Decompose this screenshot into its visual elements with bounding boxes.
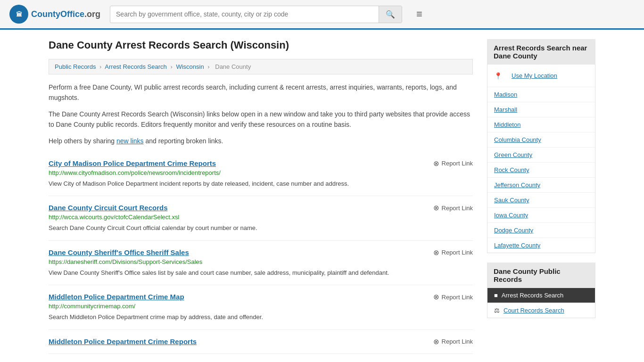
nearby-section: Arrest Records Search near Dane County 📍…: [487, 39, 595, 253]
description-para2: The Dane County Arrest Records Search (W…: [49, 109, 473, 130]
nearby-link-0[interactable]: Madison: [487, 87, 595, 102]
public-records-header: Dane County Public Records: [487, 263, 595, 288]
result-url-0[interactable]: http://www.cityofmadison.com/police/news…: [49, 169, 473, 176]
result-desc-3: Search Middleton Police Department crime…: [49, 313, 473, 322]
logo-icon: 🏛: [9, 5, 28, 24]
result-item-1: Dane County Circuit Court Records ⊗ Repo…: [49, 196, 473, 241]
result-desc-2: View Dane County Sheriff's Office sales …: [49, 268, 473, 278]
result-item-3: Middleton Police Department Crime Map ⊗ …: [49, 285, 473, 330]
result-title-0[interactable]: City of Madison Police Department Crime …: [49, 159, 216, 167]
public-records-section: Dane County Public Records ■Arrest Recor…: [487, 263, 595, 318]
nearby-link-4[interactable]: Green County: [487, 148, 595, 163]
public-records-list: ■Arrest Records Search⚖Court Records Sea…: [487, 288, 595, 318]
result-desc-0: View City of Madison Police Department i…: [49, 179, 473, 189]
report-icon-3: ⊗: [433, 293, 439, 301]
nearby-link-3[interactable]: Columbia County: [487, 132, 595, 148]
pr-icon-1: ⚖: [494, 307, 500, 314]
nearby-link-9[interactable]: Dodge County: [487, 223, 595, 238]
result-title-3[interactable]: Middleton Police Department Crime Map: [49, 293, 184, 301]
main-content: Dane County Arrest Records Search (Wisco…: [49, 39, 473, 354]
result-url-2[interactable]: https://danesheriff.com/Divisions/Suppor…: [49, 258, 473, 265]
page-container: Dane County Arrest Records Search (Wisco…: [39, 30, 605, 362]
report-icon-2: ⊗: [433, 248, 439, 257]
nearby-link-2[interactable]: Middleton: [487, 117, 595, 132]
breadcrumb-current: Dane County: [215, 63, 251, 70]
result-desc-1: Search Dane County Circuit Court officia…: [49, 223, 473, 233]
pr-item-1[interactable]: ⚖Court Records Search: [487, 303, 595, 318]
svg-text:🏛: 🏛: [16, 11, 22, 18]
results-list: City of Madison Police Department Crime …: [49, 152, 473, 354]
site-logo[interactable]: 🏛 CountyOffice.org: [9, 5, 100, 24]
nearby-list: 📍 Use My Location MadisonMarshallMiddlet…: [487, 65, 595, 253]
result-title-2[interactable]: Dane County Sheriff's Office Sheriff Sal…: [49, 248, 189, 256]
site-header: 🏛 CountyOffice.org 🔍 ≡: [0, 0, 644, 30]
report-icon-1: ⊗: [433, 204, 439, 212]
result-url-1[interactable]: http://wcca.wicourts.gov/ctofcCalendarSe…: [49, 214, 473, 221]
report-link-3[interactable]: ⊗ Report Link: [433, 293, 473, 301]
report-link-1[interactable]: ⊗ Report Link: [433, 204, 473, 212]
result-item-4: Middleton Police Department Crime Report…: [49, 330, 473, 354]
report-icon-4: ⊗: [433, 337, 439, 346]
search-input[interactable]: [110, 7, 379, 22]
nearby-link-7[interactable]: Sauk County: [487, 193, 595, 208]
sidebar: Arrest Records Search near Dane County 📍…: [487, 39, 595, 354]
new-links-link[interactable]: new links: [116, 137, 144, 145]
location-dot-icon: 📍: [494, 72, 502, 80]
nearby-header: Arrest Records Search near Dane County: [487, 39, 595, 65]
report-link-2[interactable]: ⊗ Report Link: [433, 248, 473, 257]
search-button[interactable]: 🔍: [379, 6, 402, 23]
pr-item-0[interactable]: ■Arrest Records Search: [487, 288, 595, 303]
report-icon-0: ⊗: [433, 159, 439, 168]
nearby-link-6[interactable]: Jefferson County: [487, 178, 595, 193]
report-link-4[interactable]: ⊗ Report Link: [433, 337, 473, 346]
report-link-0[interactable]: ⊗ Report Link: [433, 159, 473, 168]
result-title-1[interactable]: Dane County Circuit Court Records: [49, 204, 168, 212]
nearby-link-10[interactable]: Lafayette County: [487, 238, 595, 253]
result-title-4[interactable]: Middleton Police Department Crime Report…: [49, 337, 197, 346]
pr-icon-0: ■: [494, 292, 498, 299]
nearby-link-8[interactable]: Iowa County: [487, 208, 595, 223]
use-my-location-link[interactable]: Use My Location: [505, 68, 564, 83]
breadcrumb-public-records[interactable]: Public Records: [55, 63, 96, 70]
description-para3: Help others by sharing new links and rep…: [49, 136, 473, 146]
description-para1: Perform a free Dane County, WI public ar…: [49, 82, 473, 103]
breadcrumb-arrest-records[interactable]: Arrest Records Search: [105, 63, 167, 70]
result-item-0: City of Madison Police Department Crime …: [49, 152, 473, 197]
global-search-bar: 🔍: [110, 6, 402, 23]
pr-link-1[interactable]: Court Records Search: [504, 307, 564, 314]
page-title: Dane County Arrest Records Search (Wisco…: [49, 39, 473, 51]
breadcrumb-wisconsin[interactable]: Wisconsin: [176, 63, 204, 70]
logo-text: CountyOffice.org: [31, 9, 100, 19]
nearby-link-1[interactable]: Marshall: [487, 102, 595, 117]
result-item-2: Dane County Sheriff's Office Sheriff Sal…: [49, 241, 473, 286]
nearby-link-5[interactable]: Rock County: [487, 163, 595, 178]
result-url-3[interactable]: http://communitycrimemap.com/: [49, 303, 473, 310]
menu-icon[interactable]: ≡: [416, 8, 422, 20]
use-my-location-item[interactable]: 📍 Use My Location: [487, 65, 595, 87]
breadcrumb: Public Records › Arrest Records Search ›…: [49, 59, 473, 74]
